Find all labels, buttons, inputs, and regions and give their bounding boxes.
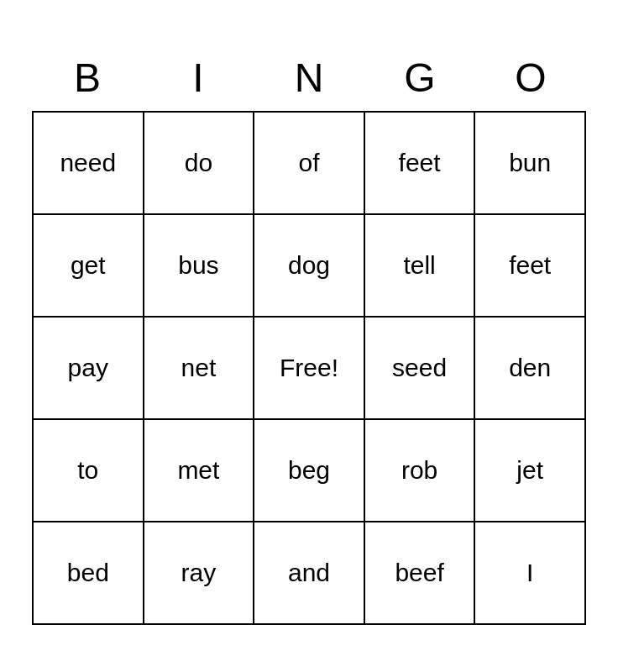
header-letter-i: I: [143, 48, 254, 108]
bingo-row-0: needdooffeetbun: [34, 113, 584, 215]
bingo-grid: needdooffeetbungetbusdogtellfeetpaynetFr…: [32, 111, 586, 625]
bingo-cell-0-0: need: [34, 113, 144, 213]
bingo-cell-4-3: beef: [365, 522, 476, 623]
bingo-cell-1-1: bus: [144, 215, 255, 316]
bingo-row-2: paynetFree!seedden: [34, 318, 584, 420]
bingo-cell-4-1: ray: [144, 522, 255, 623]
bingo-row-3: tometbegrobjet: [34, 420, 584, 522]
bingo-cell-4-0: bed: [34, 522, 144, 623]
bingo-cell-3-2: beg: [254, 420, 365, 521]
bingo-cell-2-2: Free!: [254, 318, 365, 418]
header-letter-b: B: [32, 48, 143, 108]
bingo-cell-2-3: seed: [365, 318, 476, 418]
bingo-cell-2-4: den: [475, 318, 584, 418]
bingo-cell-4-2: and: [254, 522, 365, 623]
bingo-cell-1-2: dog: [254, 215, 365, 316]
bingo-cell-1-0: get: [34, 215, 144, 316]
bingo-cell-2-1: net: [144, 318, 255, 418]
bingo-cell-0-1: do: [144, 113, 255, 213]
bingo-cell-0-2: of: [254, 113, 365, 213]
header-letter-n: N: [254, 48, 364, 108]
header-letter-g: G: [364, 48, 475, 108]
bingo-cell-2-0: pay: [34, 318, 144, 418]
bingo-cell-3-0: to: [34, 420, 144, 521]
header-letter-o: O: [475, 48, 586, 108]
bingo-cell-0-3: feet: [365, 113, 476, 213]
bingo-cell-1-3: tell: [365, 215, 476, 316]
bingo-header: BINGO: [32, 48, 586, 108]
bingo-cell-1-4: feet: [475, 215, 584, 316]
bingo-row-1: getbusdogtellfeet: [34, 215, 584, 318]
bingo-cell-3-3: rob: [365, 420, 476, 521]
bingo-cell-4-4: I: [475, 522, 584, 623]
bingo-cell-0-4: bun: [475, 113, 584, 213]
bingo-card: BINGO needdooffeetbungetbusdogtellfeetpa…: [15, 31, 603, 642]
bingo-cell-3-4: jet: [475, 420, 584, 521]
bingo-cell-3-1: met: [144, 420, 255, 521]
bingo-row-4: bedrayandbeefI: [34, 522, 584, 623]
